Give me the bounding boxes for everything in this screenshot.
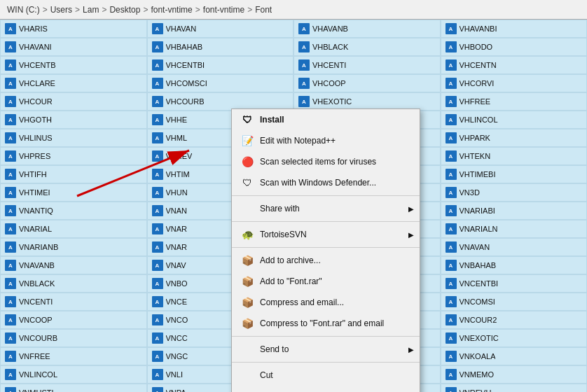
file-item[interactable]: AVNCOURB	[0, 329, 147, 347]
file-item[interactable]: AVHTEKN	[441, 147, 588, 165]
file-item[interactable]: AVNARIABI	[441, 202, 588, 220]
file-item[interactable]: AVHBODO	[441, 38, 588, 56]
file-item[interactable]: AVNARIAL	[0, 220, 147, 238]
file-item[interactable]: AVNREVU	[441, 384, 588, 392]
font-file-icon: A	[5, 114, 16, 125]
file-item[interactable]: AVNBAHAB	[441, 256, 588, 274]
file-item[interactable]: AVHCENTBI	[147, 56, 294, 74]
file-name: VNCO	[166, 316, 188, 324]
file-name: VNGC	[166, 352, 188, 360]
file-name: VHCLARE	[19, 79, 55, 88]
file-item[interactable]: AVNEXOTIC	[441, 329, 588, 347]
file-item[interactable]: AVNBLACK	[0, 274, 147, 293]
file-name: VHEXOTIC	[312, 97, 352, 106]
file-item[interactable]: AVHTIFH	[0, 165, 147, 183]
font-file-icon: A	[5, 41, 16, 52]
menu-item-label-add-archive: Add to archive...	[260, 255, 321, 265]
path-font: Font	[255, 5, 272, 15]
file-name: VNLINCOL	[19, 370, 57, 379]
file-item[interactable]: AVNMEMO	[441, 365, 588, 384]
file-item[interactable]: AVHCENTI	[294, 56, 441, 74]
font-file-icon: A	[446, 78, 457, 89]
file-item[interactable]: AVHFREE	[441, 92, 588, 111]
file-item[interactable]: AVNCENTBI	[441, 274, 588, 293]
file-item[interactable]: AVHAVANBI	[441, 20, 588, 38]
file-item[interactable]: AVHBAHAB	[147, 38, 294, 56]
context-menu-item-add-archive[interactable]: 📦Add to archive...	[232, 250, 420, 271]
file-name: VNFREE	[19, 352, 50, 360]
context-menu-item-copy[interactable]: Copy	[232, 386, 420, 392]
font-file-icon: A	[152, 96, 163, 107]
file-name: VNCE	[166, 298, 188, 306]
file-item[interactable]: AVHCOOP	[294, 74, 441, 92]
file-item[interactable]: AVNCENTI	[0, 293, 147, 311]
file-name: VNEXOTIC	[460, 334, 499, 342]
file-item[interactable]: AVHCOMSCI	[147, 74, 294, 92]
file-name: VNMUSTI	[19, 388, 54, 392]
file-item[interactable]: AVNAVAN	[441, 238, 588, 256]
menu-item-icon-scan-defender: 🛡	[240, 176, 254, 190]
font-file-icon: A	[5, 369, 16, 380]
font-file-icon: A	[5, 132, 16, 144]
file-item[interactable]: AVHCENTB	[0, 56, 147, 74]
file-item[interactable]: AVHAVANI	[0, 38, 147, 56]
context-menu-item-tortoise[interactable]: 🐢TortoiseSVN	[232, 224, 420, 245]
file-item[interactable]: AVHGOTH	[0, 111, 147, 129]
file-item[interactable]: AVHCENTN	[441, 56, 588, 74]
context-menu-separator	[232, 221, 420, 222]
file-item[interactable]: AVHCOUR	[0, 92, 147, 111]
font-file-icon: A	[5, 314, 16, 326]
context-menu-item-send-to[interactable]: Send to	[232, 339, 420, 360]
file-item[interactable]: AVHAVAN	[147, 20, 294, 38]
file-item[interactable]: AVHLINUS	[0, 129, 147, 147]
context-menu-item-install[interactable]: 🛡Install	[232, 109, 420, 130]
context-menu-item-scan-defender[interactable]: 🛡Scan with Windows Defender...	[232, 172, 420, 193]
context-menu-item-edit-notepad[interactable]: 📝Edit with Notepad++	[232, 130, 420, 151]
file-item[interactable]: AVNARIANB	[0, 238, 147, 256]
file-name: VNBO	[166, 279, 188, 288]
font-file-icon: A	[5, 59, 16, 71]
file-item[interactable]: AVNCOMSI	[441, 293, 588, 311]
path-desktop: Desktop	[109, 5, 140, 15]
file-name: VHFREE	[460, 97, 491, 106]
file-item[interactable]: AVNCOOP	[0, 311, 147, 329]
context-menu-item-scan-virus[interactable]: 🔴Scan selected items for viruses	[232, 151, 420, 172]
path-lam: Lam	[83, 5, 99, 15]
context-menu-separator	[232, 247, 420, 248]
file-item[interactable]: AVHCLARE	[0, 74, 147, 92]
file-item[interactable]: AVN3D	[441, 183, 588, 202]
file-name: VHREV	[166, 152, 193, 160]
file-item[interactable]: AVHTIMEI	[0, 183, 147, 202]
file-item[interactable]: AVHARIS	[0, 20, 147, 38]
file-item[interactable]: AVNKOALA	[441, 347, 588, 365]
context-menu-item-compress-rar-email[interactable]: 📦Compress to "Font.rar" and email	[232, 313, 420, 334]
file-item[interactable]: AVHPRES	[0, 147, 147, 165]
font-file-icon: A	[446, 96, 457, 107]
file-item[interactable]: AVHLINCOL	[441, 111, 588, 129]
file-item[interactable]: AVNCOUR2	[441, 311, 588, 329]
file-name: VHCOMSCI	[166, 79, 207, 88]
font-file-icon: A	[152, 114, 163, 125]
font-file-icon: A	[152, 169, 163, 180]
context-menu-item-share-with[interactable]: Share with	[232, 198, 420, 219]
file-item[interactable]: AVNFREE	[0, 347, 147, 365]
context-menu-item-compress-email[interactable]: 📦Compress and email...	[232, 292, 420, 313]
file-item[interactable]: AVHCORVI	[441, 74, 588, 92]
file-name: VNARIABI	[460, 206, 495, 215]
context-menu-item-add-rar[interactable]: 📦Add to "Font.rar"	[232, 271, 420, 292]
file-name: VHHE	[166, 115, 188, 124]
file-item[interactable]: AVHBLACK	[294, 38, 441, 56]
font-file-icon: A	[5, 23, 16, 34]
file-item[interactable]: AVHPARK	[441, 129, 588, 147]
font-file-icon: A	[152, 332, 163, 344]
file-name: VNMEMO	[460, 370, 495, 379]
context-menu-item-cut[interactable]: Cut	[232, 365, 420, 386]
file-item[interactable]: AVNMUSTI	[0, 384, 147, 392]
file-item[interactable]: AVNANTIQ	[0, 202, 147, 220]
font-file-icon: A	[298, 78, 310, 89]
file-item[interactable]: AVHTIMEBI	[441, 165, 588, 183]
file-item[interactable]: AVNLINCOL	[0, 365, 147, 384]
file-item[interactable]: AVNAVANB	[0, 256, 147, 274]
file-item[interactable]: AVNARIALN	[441, 220, 588, 238]
file-item[interactable]: AVHAVANB	[294, 20, 441, 38]
